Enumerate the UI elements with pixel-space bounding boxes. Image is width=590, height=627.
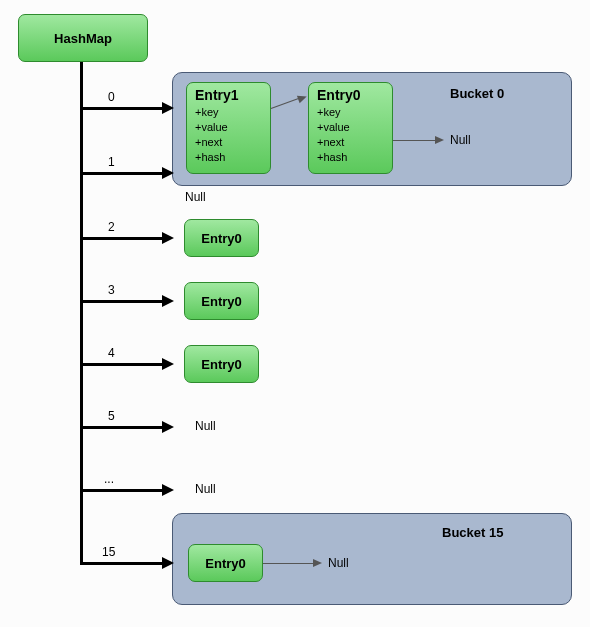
entry1-field-key: +key [195,105,262,120]
link-entry0-to-null [393,140,435,141]
bucket0-entry0: Entry0 +key +value +next +hash [308,82,393,174]
entry0-title: Entry0 [317,87,384,103]
bucket-0-label: Bucket 0 [450,86,504,101]
index-1: 1 [108,155,115,169]
entry1-title: Entry1 [195,87,262,103]
bucket-15-label: Bucket 15 [442,525,503,540]
bucket15-null: Null [328,556,349,570]
entry1-field-hash: +hash [195,150,262,165]
arrow-3 [162,295,174,307]
index-2: 2 [108,220,115,234]
bucket0-null: Null [450,133,471,147]
branch-4 [80,363,162,366]
branch-0 [80,107,162,110]
link-b15-entry-to-null [263,563,313,564]
index-15: 15 [102,545,115,559]
bucket0-entry1: Entry1 +key +value +next +hash [186,82,271,174]
index-4: 4 [108,346,115,360]
branch-3 [80,300,162,303]
arrow-2 [162,232,174,244]
arrow-dots [162,484,174,496]
link-b15-entry-to-null-head [313,559,322,567]
null-5: Null [195,419,216,433]
entry-2: Entry0 [184,219,259,257]
branch-15 [80,562,162,565]
branch-2 [80,237,162,240]
entry0-field-value: +value [317,120,384,135]
index-dots: ... [104,472,114,486]
null-dots: Null [195,482,216,496]
index-3: 3 [108,283,115,297]
entry1-field-value: +value [195,120,262,135]
entry0-field-key: +key [317,105,384,120]
null-1: Null [185,190,206,204]
entry1-field-next: +next [195,135,262,150]
arrow-1 [162,167,174,179]
arrow-5 [162,421,174,433]
entry-3: Entry0 [184,282,259,320]
branch-5 [80,426,162,429]
hashmap-root: HashMap [18,14,148,62]
entry0-field-hash: +hash [317,150,384,165]
entry-15: Entry0 [188,544,263,582]
branch-1 [80,172,162,175]
arrow-0 [162,102,174,114]
arrow-15 [162,557,174,569]
entry-4: Entry0 [184,345,259,383]
link-entry0-to-null-head [435,136,444,144]
arrow-4 [162,358,174,370]
index-0: 0 [108,90,115,104]
index-5: 5 [108,409,115,423]
trunk-line [80,62,83,563]
branch-dots [80,489,162,492]
entry0-field-next: +next [317,135,384,150]
